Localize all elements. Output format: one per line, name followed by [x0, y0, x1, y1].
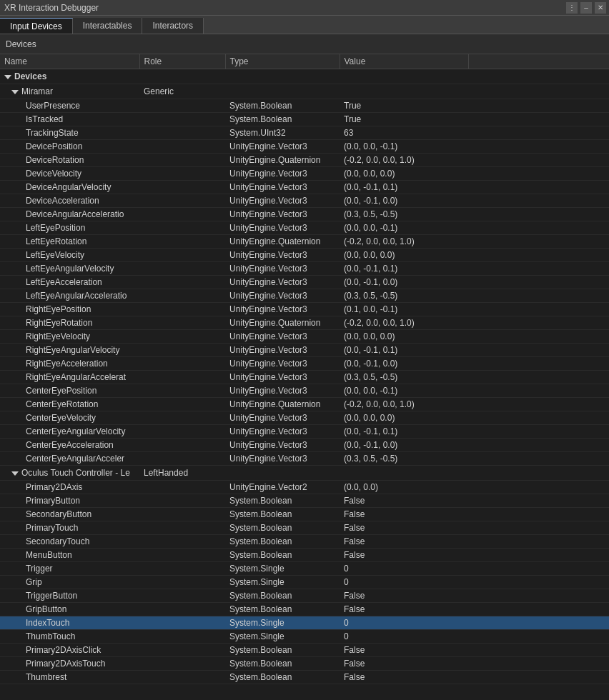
row-extra-cell	[468, 535, 609, 549]
table-row[interactable]: CenterEyeVelocityUnityEngine.Vector3(0.0…	[0, 411, 609, 425]
row-value-cell: (0.0, 0.0, 0.0)	[340, 330, 468, 344]
table-row[interactable]: DeviceAccelerationUnityEngine.Vector3(0.…	[0, 194, 609, 208]
row-extra-cell	[468, 357, 609, 371]
row-value-cell: (0.0, 0.0, 0.0)	[340, 249, 468, 262]
row-name-cell: MenuButton	[0, 549, 139, 562]
row-role-cell	[139, 140, 225, 154]
row-name-cell: RightEyeAngularAccelerat	[0, 371, 139, 384]
section-header-cell: Devices	[0, 69, 609, 84]
row-extra-cell	[468, 521, 609, 535]
table-row[interactable]: IsTrackedSystem.BooleanTrue	[0, 113, 609, 126]
row-value-cell: False	[340, 603, 468, 616]
table-row[interactable]: DeviceRotationUnityEngine.Quaternion(-0.…	[0, 154, 609, 167]
table-row[interactable]: CenterEyePositionUnityEngine.Vector3(0.0…	[0, 384, 609, 398]
table-container[interactable]: Name Role Type Value DevicesMiramarGener…	[0, 54, 609, 700]
table-row[interactable]: LeftEyeAccelerationUnityEngine.Vector3(0…	[0, 276, 609, 289]
table-row[interactable]: TriggerButtonSystem.BooleanFalse	[0, 589, 609, 603]
row-value-cell: (0.0, 0.0, -0.1)	[340, 384, 468, 398]
row-role-cell	[139, 452, 225, 466]
table-row[interactable]: MiramarGeneric	[0, 84, 609, 99]
table-row[interactable]: DeviceAngularAcceleratioUnityEngine.Vect…	[0, 208, 609, 221]
table-row[interactable]: IndexTouchSystem.Single0	[0, 616, 609, 630]
row-type-cell: UnityEngine.Quaternion	[225, 398, 340, 411]
row-name-cell: ThumbTouch	[0, 630, 139, 644]
row-type-cell: System.Boolean	[225, 535, 340, 549]
row-role-cell	[139, 671, 225, 684]
table-row[interactable]: LeftEyeAngularAcceleratioUnityEngine.Vec…	[0, 289, 609, 303]
row-role-cell	[139, 249, 225, 262]
row-value-cell: (0.3, 0.5, -0.5)	[340, 289, 468, 303]
table-row[interactable]: Devices	[0, 69, 609, 84]
row-extra-cell	[468, 235, 609, 249]
row-extra-cell	[468, 439, 609, 452]
row-type-cell: System.Boolean	[225, 99, 340, 113]
table-row[interactable]: Primary2DAxisTouchSystem.BooleanFalse	[0, 657, 609, 671]
row-name-cell: IsTracked	[0, 113, 139, 126]
table-row[interactable]: PrimaryTouchSystem.BooleanFalse	[0, 521, 609, 535]
row-value-cell: False	[340, 508, 468, 521]
row-name-cell: CenterEyeRotation	[0, 398, 139, 411]
row-role-cell	[139, 262, 225, 276]
minimize-button[interactable]: –	[580, 2, 592, 14]
table-row[interactable]: Oculus Touch Controller - LeLeftHanded	[0, 466, 609, 481]
row-value-cell: 63	[340, 126, 468, 140]
row-role-cell	[139, 276, 225, 289]
table-row[interactable]: ThumbrestSystem.BooleanFalse	[0, 671, 609, 684]
row-extra-cell	[468, 657, 609, 671]
table-row[interactable]: RightEyePositionUnityEngine.Vector3(0.1,…	[0, 303, 609, 316]
table-row[interactable]: RightEyeVelocityUnityEngine.Vector3(0.0,…	[0, 330, 609, 344]
table-row[interactable]: RightEyeAngularAcceleratUnityEngine.Vect…	[0, 371, 609, 384]
table-row[interactable]: LeftEyeAngularVelocityUnityEngine.Vector…	[0, 262, 609, 276]
row-extra-cell	[468, 330, 609, 344]
row-type-cell: UnityEngine.Vector3	[225, 371, 340, 384]
row-type-cell: UnityEngine.Vector3	[225, 181, 340, 194]
row-type-cell: System.Boolean	[225, 521, 340, 535]
subsection-extra-cell	[468, 84, 609, 99]
table-row[interactable]: RightEyeAccelerationUnityEngine.Vector3(…	[0, 357, 609, 371]
table-row[interactable]: PrimaryButtonSystem.BooleanFalse	[0, 494, 609, 508]
menu-button[interactable]: ⋮	[566, 2, 578, 14]
table-row[interactable]: CenterEyeAngularVelocityUnityEngine.Vect…	[0, 425, 609, 439]
tab-input-devices[interactable]: Input Devices	[0, 18, 73, 34]
table-row[interactable]: CenterEyeAngularAccelerUnityEngine.Vecto…	[0, 452, 609, 466]
table-row[interactable]: DevicePositionUnityEngine.Vector3(0.0, 0…	[0, 140, 609, 154]
table-row[interactable]: Primary2DAxisUnityEngine.Vector2(0.0, 0.…	[0, 481, 609, 494]
table-row[interactable]: DeviceVelocityUnityEngine.Vector3(0.0, 0…	[0, 167, 609, 181]
row-value-cell: False	[340, 644, 468, 657]
table-row[interactable]: GripButtonSystem.BooleanFalse	[0, 603, 609, 616]
row-extra-cell	[468, 494, 609, 508]
table-row[interactable]: LeftEyePositionUnityEngine.Vector3(0.0, …	[0, 221, 609, 235]
close-button[interactable]: ✕	[595, 2, 606, 14]
data-table: Name Role Type Value DevicesMiramarGener…	[0, 54, 609, 684]
table-row[interactable]: LeftEyeRotationUnityEngine.Quaternion(-0…	[0, 235, 609, 249]
row-name-cell: RightEyePosition	[0, 303, 139, 316]
row-extra-cell	[468, 589, 609, 603]
row-extra-cell	[468, 644, 609, 657]
table-row[interactable]: Primary2DAxisClickSystem.BooleanFalse	[0, 644, 609, 657]
table-row[interactable]: MenuButtonSystem.BooleanFalse	[0, 549, 609, 562]
table-row[interactable]: UserPresenceSystem.BooleanTrue	[0, 99, 609, 113]
tab-interactors[interactable]: Interactors	[142, 18, 204, 34]
table-row[interactable]: LeftEyeVelocityUnityEngine.Vector3(0.0, …	[0, 249, 609, 262]
row-value-cell: (0.3, 0.5, -0.5)	[340, 452, 468, 466]
table-row[interactable]: TrackingStateSystem.UInt3263	[0, 126, 609, 140]
table-row[interactable]: ThumbTouchSystem.Single0	[0, 630, 609, 644]
table-row[interactable]: RightEyeAngularVelocityUnityEngine.Vecto…	[0, 344, 609, 357]
table-row[interactable]: SecondaryButtonSystem.BooleanFalse	[0, 508, 609, 521]
table-row[interactable]: TriggerSystem.Single0	[0, 562, 609, 576]
row-name-cell: LeftEyeAngularVelocity	[0, 262, 139, 276]
table-row[interactable]: CenterEyeRotationUnityEngine.Quaternion(…	[0, 398, 609, 411]
row-value-cell: (0.0, -0.1, 0.0)	[340, 194, 468, 208]
table-row[interactable]: CenterEyeAccelerationUnityEngine.Vector3…	[0, 439, 609, 452]
subsection-role-cell: Generic	[139, 84, 225, 99]
table-row[interactable]: SecondaryTouchSystem.BooleanFalse	[0, 535, 609, 549]
tab-interactables[interactable]: Interactables	[73, 18, 143, 34]
row-extra-cell	[468, 276, 609, 289]
table-row[interactable]: GripSystem.Single0	[0, 576, 609, 589]
col-header-extra	[468, 54, 609, 69]
row-name-cell: LeftEyePosition	[0, 221, 139, 235]
table-row[interactable]: DeviceAngularVelocityUnityEngine.Vector3…	[0, 181, 609, 194]
table-row[interactable]: RightEyeRotationUnityEngine.Quaternion(-…	[0, 316, 609, 330]
row-role-cell	[139, 508, 225, 521]
devices-bar-label: Devices	[6, 39, 36, 49]
